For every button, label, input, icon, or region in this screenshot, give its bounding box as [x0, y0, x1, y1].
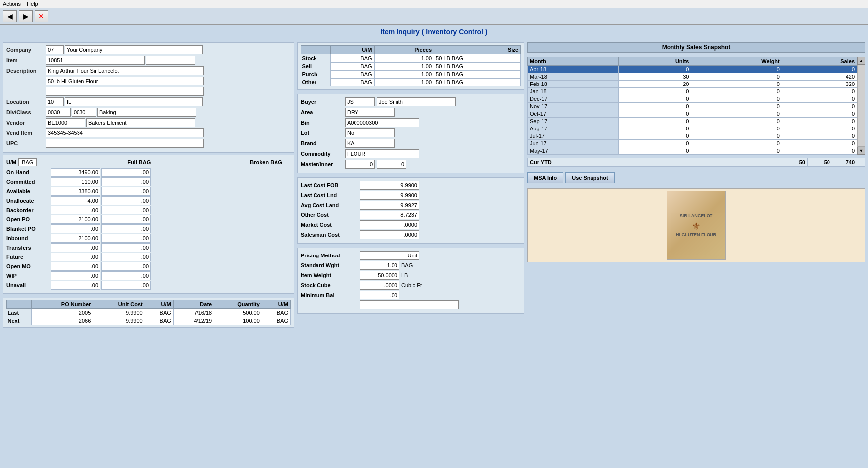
inv-full-input[interactable]: [51, 187, 100, 196]
inv-broken-input[interactable]: [101, 271, 151, 280]
inv-full-input[interactable]: [51, 243, 100, 252]
inv-broken-input[interactable]: [101, 281, 151, 290]
menu-actions[interactable]: Actions: [3, 1, 21, 7]
last-um: BAG: [145, 309, 173, 317]
product-image: SIR LANCELOT ⚜ HI GLUTEN FLOUR: [527, 188, 865, 262]
uom-row-um: BAG: [331, 62, 375, 70]
company-code-input[interactable]: [46, 45, 64, 54]
inv-full-input[interactable]: [51, 215, 100, 224]
middle-panel: U/M Pieces Size StockBAG1.0050 LB BAGSel…: [297, 42, 524, 468]
company-name-input[interactable]: [65, 45, 203, 54]
item-code-input[interactable]: [46, 56, 145, 65]
scroll-up-btn[interactable]: ▲: [857, 57, 865, 65]
salesman-cost-row: Salesman Cost: [301, 230, 521, 239]
bin-input[interactable]: [345, 118, 419, 127]
menu-help[interactable]: Help: [27, 1, 38, 7]
scroll-track[interactable]: [857, 65, 865, 147]
inv-row: Available: [6, 187, 291, 196]
buyer-name-input[interactable]: [377, 97, 456, 106]
inv-full-input[interactable]: [51, 168, 100, 177]
inv-full-input[interactable]: [51, 177, 100, 186]
extra-field-input[interactable]: [360, 300, 459, 309]
snapshot-cell-units: 0: [619, 140, 691, 147]
divclass-inputs: [46, 108, 196, 117]
minimum-bal-input[interactable]: [360, 291, 399, 299]
inv-full-input[interactable]: [51, 206, 100, 214]
item-info-section: Company Item Description: [3, 42, 294, 153]
vendor-code-input[interactable]: [46, 118, 85, 127]
pricing-section: Pricing Method Standard Wght BAG Item We…: [297, 248, 524, 314]
inv-full-input[interactable]: [51, 281, 100, 290]
location-inputs: [46, 97, 203, 106]
lot-input[interactable]: [345, 128, 395, 137]
salesman-cost-input[interactable]: [360, 230, 419, 239]
inv-broken-input[interactable]: [101, 206, 151, 214]
snapshot-scroll[interactable]: Month Units Weight Sales Apr-18000Mar-18…: [527, 57, 857, 155]
back-button[interactable]: ◀: [3, 10, 17, 22]
desc1-input[interactable]: [46, 66, 204, 75]
location-name-input[interactable]: [65, 97, 203, 106]
company-row: Company: [6, 45, 291, 54]
item-extra-input[interactable]: [146, 56, 195, 65]
brand-input[interactable]: [345, 139, 395, 148]
scroll-down-btn[interactable]: ▼: [857, 147, 865, 155]
forward-button[interactable]: ▶: [19, 10, 33, 22]
inv-broken-input[interactable]: [101, 243, 151, 252]
inv-full-input[interactable]: [51, 234, 100, 243]
inv-broken-input[interactable]: [101, 177, 151, 186]
class-code-input[interactable]: [72, 108, 96, 117]
uom-row: SellBAG1.0050 LB BAG: [301, 62, 521, 70]
inv-full-input[interactable]: [51, 224, 100, 233]
div-code-input[interactable]: [46, 108, 71, 117]
minimum-bal-row: Minimum Bal: [301, 291, 521, 299]
standard-wght-input[interactable]: [360, 261, 399, 270]
um-header-po: U/M: [145, 300, 173, 309]
upc-input[interactable]: [46, 139, 204, 148]
last-cost-fob-input[interactable]: [360, 181, 419, 190]
inv-full-input[interactable]: [51, 253, 100, 261]
market-cost-input[interactable]: [360, 220, 419, 229]
stock-cube-input[interactable]: [360, 281, 399, 290]
class-name-input[interactable]: [97, 108, 196, 117]
snapshot-cell-weight: 0: [691, 110, 782, 118]
desc2-input[interactable]: [46, 77, 204, 85]
standard-wght-label: Standard Wght: [301, 262, 360, 268]
desc3-input[interactable]: [46, 87, 204, 96]
master-val2-input[interactable]: [377, 160, 406, 169]
vend-item-input[interactable]: [46, 128, 204, 137]
last-cost-lnd-input[interactable]: [360, 191, 419, 200]
inv-row-label: Backorder: [6, 207, 51, 213]
inv-row: Open MO: [6, 262, 291, 271]
master-label: Master/Inner: [301, 161, 345, 167]
units-col-header: Units: [619, 57, 691, 66]
inv-full-input[interactable]: [51, 196, 100, 205]
master-val1-input[interactable]: [345, 160, 375, 169]
snapshot-title: Monthly Sales Snapshot: [527, 42, 865, 53]
pricing-method-input[interactable]: [360, 251, 419, 260]
item-weight-input[interactable]: [360, 271, 399, 280]
inv-broken-input[interactable]: [101, 253, 151, 261]
inv-full-input[interactable]: [51, 271, 100, 280]
inv-row: Transfers: [6, 243, 291, 252]
location-code-input[interactable]: [46, 97, 64, 106]
vendor-name-input[interactable]: [86, 118, 195, 127]
inv-full-input[interactable]: [51, 262, 100, 271]
msa-info-button[interactable]: MSA Info: [527, 172, 563, 183]
inv-broken-input[interactable]: [101, 215, 151, 224]
inv-broken-input[interactable]: [101, 187, 151, 196]
inv-broken-input[interactable]: [101, 262, 151, 271]
location-row: Location: [6, 97, 291, 106]
snapshot-cell-month: Jul-17: [528, 132, 619, 140]
inv-broken-input[interactable]: [101, 224, 151, 233]
inv-broken-input[interactable]: [101, 168, 151, 177]
inv-broken-input[interactable]: [101, 234, 151, 243]
stop-button[interactable]: ✕: [35, 10, 48, 22]
area-input[interactable]: [345, 108, 395, 117]
use-snapshot-button[interactable]: Use Snapshot: [565, 172, 614, 183]
buyer-code-input[interactable]: [345, 97, 375, 106]
inv-broken-input[interactable]: [101, 196, 151, 205]
avg-cost-land-input[interactable]: [360, 201, 419, 210]
other-cost-input[interactable]: [360, 211, 419, 219]
next-label: Next: [7, 317, 32, 325]
commodity-input[interactable]: [345, 149, 419, 158]
